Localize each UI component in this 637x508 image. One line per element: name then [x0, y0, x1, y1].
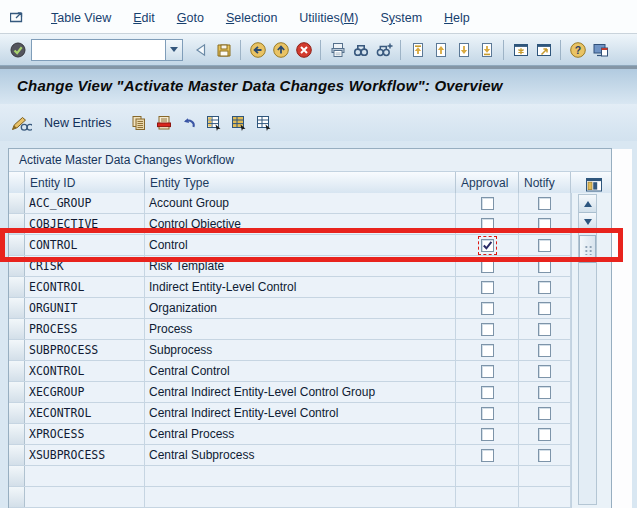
approval-checkbox[interactable]: [481, 449, 494, 462]
back-button[interactable]: [246, 37, 269, 62]
entity-type-cell[interactable]: Subprocess: [145, 340, 456, 360]
approval-checkbox[interactable]: [481, 386, 494, 399]
entity-type-cell[interactable]: Process: [145, 319, 456, 339]
notify-checkbox[interactable]: [538, 365, 551, 378]
approval-checkbox[interactable]: [481, 428, 494, 441]
approval-checkbox[interactable]: [481, 239, 494, 252]
save-button[interactable]: [212, 37, 235, 62]
entity-id-cell[interactable]: CONTROL: [25, 235, 145, 255]
entity-type-cell[interactable]: Account Group: [145, 193, 456, 213]
approval-checkbox[interactable]: [481, 281, 494, 294]
entity-id-cell[interactable]: ORGUNIT: [25, 298, 145, 318]
entity-type-cell[interactable]: Control Objective: [145, 214, 456, 234]
entity-type-cell[interactable]: Risk Template: [145, 256, 456, 276]
entity-id-cell[interactable]: ECONTROL: [25, 277, 145, 297]
print-button[interactable]: [326, 37, 349, 62]
approval-checkbox[interactable]: [481, 323, 494, 336]
entity-id-cell[interactable]: PROCESS: [25, 319, 145, 339]
delete-button[interactable]: [151, 109, 176, 136]
display-change-toggle[interactable]: [8, 109, 33, 136]
notify-checkbox[interactable]: [538, 281, 551, 294]
entity-type-cell[interactable]: Central Indirect Entity-Level Control Gr…: [145, 382, 456, 402]
entity-id-cell[interactable]: [25, 487, 145, 507]
notify-checkbox[interactable]: [538, 449, 551, 462]
notify-checkbox[interactable]: [538, 386, 551, 399]
row-selector[interactable]: [9, 424, 25, 444]
scroll-up-button[interactable]: [579, 195, 596, 213]
entity-id-cell[interactable]: XECGROUP: [25, 382, 145, 402]
notify-checkbox[interactable]: [538, 428, 551, 441]
command-field-dropdown-button[interactable]: [165, 40, 182, 60]
menu-utilities-m[interactable]: Utilities(M): [288, 8, 369, 28]
row-selector[interactable]: [9, 235, 25, 255]
row-selector[interactable]: [9, 466, 25, 486]
find-button[interactable]: [349, 37, 372, 62]
scroll-thumb[interactable]: [579, 235, 596, 263]
menu-goto[interactable]: Goto: [166, 8, 215, 28]
row-selector[interactable]: [9, 193, 25, 213]
create-shortcut-button[interactable]: [532, 37, 555, 62]
row-selector[interactable]: [9, 382, 25, 402]
menu-help[interactable]: Help: [433, 8, 481, 28]
cancel-button[interactable]: [292, 37, 315, 62]
row-selector[interactable]: [9, 361, 25, 381]
last-page-button[interactable]: [475, 37, 498, 62]
notify-checkbox[interactable]: [538, 344, 551, 357]
undo-change-button[interactable]: [176, 109, 201, 136]
exit-button[interactable]: [269, 37, 292, 62]
customize-layout-button[interactable]: [589, 37, 612, 62]
entity-type-cell[interactable]: [145, 487, 456, 507]
menu-selection[interactable]: Selection: [215, 8, 288, 28]
entity-id-cell[interactable]: CRISK: [25, 256, 145, 276]
table-configuration-icon[interactable]: [571, 172, 611, 193]
collapse-field-button[interactable]: [189, 37, 212, 62]
entity-type-cell[interactable]: Central Indirect Entity-Level Control: [145, 403, 456, 423]
approval-checkbox[interactable]: [481, 260, 494, 273]
entity-id-cell[interactable]: XCONTROL: [25, 361, 145, 381]
approval-checkbox[interactable]: [481, 302, 494, 315]
notify-checkbox[interactable]: [538, 197, 551, 210]
row-selector[interactable]: [9, 403, 25, 423]
entity-id-cell[interactable]: [25, 466, 145, 486]
notify-checkbox[interactable]: [538, 218, 551, 231]
row-selector[interactable]: [9, 319, 25, 339]
row-selector[interactable]: [9, 340, 25, 360]
previous-page-button[interactable]: [429, 37, 452, 62]
entity-id-cell[interactable]: XSUBPROCESS: [25, 445, 145, 465]
row-selector[interactable]: [9, 277, 25, 297]
entity-id-cell[interactable]: COBJECTIVE: [25, 214, 145, 234]
row-selector[interactable]: [9, 214, 25, 234]
entity-id-cell[interactable]: XPROCESS: [25, 424, 145, 444]
enter-button[interactable]: [6, 37, 29, 62]
approval-checkbox[interactable]: [481, 344, 494, 357]
entity-type-cell[interactable]: Central Control: [145, 361, 456, 381]
scroll-down-button[interactable]: [579, 213, 596, 231]
copy-as-button[interactable]: [126, 109, 151, 136]
find-next-button[interactable]: [372, 37, 395, 62]
entity-id-cell[interactable]: SUBPROCESS: [25, 340, 145, 360]
system-menu-icon[interactable]: [8, 7, 30, 27]
command-field-input[interactable]: [32, 40, 165, 60]
row-selector[interactable]: [9, 445, 25, 465]
approval-checkbox[interactable]: [481, 218, 494, 231]
select-all-button[interactable]: [201, 109, 226, 136]
entity-id-cell[interactable]: XECONTROL: [25, 403, 145, 423]
first-page-button[interactable]: [406, 37, 429, 62]
entity-type-cell[interactable]: Indirect Entity-Level Control: [145, 277, 456, 297]
notify-checkbox[interactable]: [538, 407, 551, 420]
column-header-approval[interactable]: Approval: [456, 172, 519, 193]
help-button[interactable]: ?: [566, 37, 589, 62]
column-header-entity-id[interactable]: Entity ID: [25, 172, 145, 193]
column-header-notify[interactable]: Notify: [519, 172, 571, 193]
menu-table-view[interactable]: Table View: [40, 8, 122, 28]
entity-type-cell[interactable]: Central Process: [145, 424, 456, 444]
vertical-scrollbar[interactable]: [578, 194, 597, 505]
notify-checkbox[interactable]: [538, 239, 551, 252]
row-selector[interactable]: [9, 256, 25, 276]
notify-checkbox[interactable]: [538, 302, 551, 315]
entity-type-cell[interactable]: Control: [145, 235, 456, 255]
select-all-column-header[interactable]: [9, 172, 25, 193]
notify-checkbox[interactable]: [538, 323, 551, 336]
new-entries-button[interactable]: New Entries: [35, 112, 120, 134]
notify-checkbox[interactable]: [538, 260, 551, 273]
